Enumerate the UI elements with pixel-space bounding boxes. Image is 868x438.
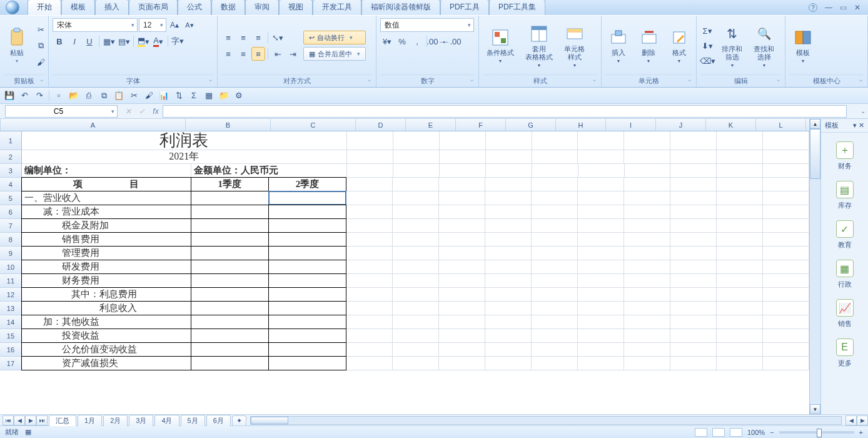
cell-B7[interactable] bbox=[191, 218, 269, 233]
cell-M3[interactable] bbox=[763, 164, 809, 178]
cell-J13[interactable] bbox=[624, 302, 670, 315]
orientation-icon[interactable]: ⤡▾ bbox=[271, 31, 285, 44]
cell-A16[interactable]: 公允价值变动收益 bbox=[21, 342, 191, 357]
cell-L4[interactable] bbox=[717, 178, 763, 191]
hscroll-right-icon[interactable]: ▶ bbox=[857, 415, 868, 425]
cell-I6[interactable] bbox=[578, 205, 624, 219]
column-header-H[interactable]: H bbox=[556, 119, 606, 131]
hscroll-left-icon[interactable]: ◀ bbox=[845, 415, 857, 425]
italic-button[interactable]: I bbox=[68, 34, 81, 48]
align-bottom-icon[interactable]: ≡ bbox=[251, 31, 265, 44]
cell-I12[interactable] bbox=[578, 288, 624, 302]
normal-view-icon[interactable] bbox=[695, 428, 707, 437]
cell-K5[interactable] bbox=[670, 191, 717, 205]
cell-K16[interactable] bbox=[670, 343, 717, 357]
ribbon-tab-2[interactable]: 插入 bbox=[95, 0, 129, 15]
cell-J16[interactable] bbox=[624, 343, 670, 357]
cell-J6[interactable] bbox=[624, 205, 670, 219]
sheet-tab-0[interactable]: 汇总 bbox=[49, 415, 76, 426]
cell-I2[interactable] bbox=[578, 150, 624, 164]
cell-H9[interactable] bbox=[532, 247, 578, 260]
cell-B3[interactable]: 金额单位：人民币元 bbox=[191, 164, 347, 178]
cell-K12[interactable] bbox=[670, 288, 717, 302]
cell-A2[interactable]: 2021年 bbox=[22, 150, 347, 164]
cell-J14[interactable] bbox=[624, 315, 670, 329]
cell-J11[interactable] bbox=[624, 274, 670, 288]
ribbon-tab-10[interactable]: PDF工具 bbox=[440, 0, 489, 15]
cell-G5[interactable] bbox=[485, 191, 532, 205]
format-painter-icon[interactable]: 🖌 bbox=[34, 55, 48, 69]
cell-C14[interactable] bbox=[268, 315, 346, 329]
cell-M1[interactable] bbox=[763, 131, 809, 150]
qat-copy-icon[interactable]: ⧉ bbox=[98, 90, 109, 101]
sheet-nav-next-icon[interactable]: ▶ bbox=[25, 415, 36, 425]
cell-I8[interactable] bbox=[578, 233, 624, 247]
row-header-5[interactable]: 5 bbox=[0, 191, 22, 205]
column-header-K[interactable]: K bbox=[706, 119, 756, 131]
formula-bar-expand-icon[interactable]: ⌄ bbox=[858, 108, 868, 115]
cell-E6[interactable] bbox=[393, 205, 439, 219]
template-item-2[interactable]: ✓教育 bbox=[836, 220, 854, 250]
clear-icon[interactable]: ⌫▾ bbox=[700, 54, 714, 68]
ribbon-tab-6[interactable]: 审阅 bbox=[245, 0, 279, 15]
cell-K2[interactable] bbox=[670, 150, 717, 164]
cell-A10[interactable]: 研发费用 bbox=[21, 260, 191, 274]
cell-E1[interactable] bbox=[393, 131, 440, 150]
sort-filter-button[interactable]: ⇅排序和 筛选▾ bbox=[718, 19, 746, 72]
cell-G1[interactable] bbox=[486, 131, 532, 150]
row-header-12[interactable]: 12 bbox=[0, 288, 22, 302]
cancel-formula-icon[interactable]: ✕ bbox=[121, 105, 135, 118]
name-box[interactable]: ▾ bbox=[5, 105, 118, 118]
ribbon-tab-9[interactable]: 福昕阅读器领鲜版 bbox=[361, 0, 440, 15]
cell-D6[interactable] bbox=[346, 205, 393, 219]
cell-B8[interactable] bbox=[191, 232, 269, 247]
office-button[interactable] bbox=[0, 0, 25, 15]
cell-E11[interactable] bbox=[393, 274, 439, 288]
row-header-10[interactable]: 10 bbox=[0, 260, 22, 274]
cell-A14[interactable]: 加：其他收益 bbox=[21, 315, 191, 329]
cell-K6[interactable] bbox=[670, 205, 717, 219]
qat-folder-icon[interactable]: 📁 bbox=[218, 90, 230, 101]
cell-B14[interactable] bbox=[191, 315, 269, 329]
cell-B10[interactable] bbox=[191, 260, 269, 274]
cell-G4[interactable] bbox=[485, 178, 532, 191]
cell-J7[interactable] bbox=[624, 219, 670, 233]
cell-A6[interactable]: 减：营业成本 bbox=[21, 205, 191, 219]
cell-G3[interactable] bbox=[486, 164, 532, 178]
font-color-icon[interactable]: A▾ bbox=[151, 34, 165, 48]
cell-J3[interactable] bbox=[625, 164, 671, 178]
cell-C15[interactable] bbox=[268, 328, 346, 343]
cell-E3[interactable] bbox=[393, 164, 440, 178]
cell-E4[interactable] bbox=[393, 178, 439, 191]
close-icon[interactable]: ✕ bbox=[854, 3, 860, 12]
sheet-nav-first-icon[interactable]: ⏮ bbox=[3, 415, 14, 425]
underline-button[interactable]: U bbox=[83, 34, 96, 48]
cell-F4[interactable] bbox=[439, 178, 485, 191]
cell-J15[interactable] bbox=[624, 329, 670, 343]
cell-H16[interactable] bbox=[532, 343, 578, 357]
align-top-icon[interactable]: ≡ bbox=[221, 31, 235, 44]
cell-I4[interactable] bbox=[578, 178, 624, 191]
sheet-tab-3[interactable]: 3月 bbox=[129, 415, 153, 426]
column-header-G[interactable]: G bbox=[506, 119, 556, 131]
cell-F9[interactable] bbox=[439, 247, 485, 260]
cell-C11[interactable] bbox=[268, 273, 346, 288]
cell-H2[interactable] bbox=[532, 150, 578, 164]
align-center-icon[interactable]: ≡ bbox=[236, 47, 250, 61]
hscroll-thumb[interactable] bbox=[251, 417, 288, 424]
vertical-scrollbar[interactable]: ▲ ▼ bbox=[809, 119, 820, 414]
column-header-D[interactable]: D bbox=[356, 119, 406, 131]
cell-B11[interactable] bbox=[191, 273, 269, 288]
cell-A11[interactable]: 财务费用 bbox=[21, 273, 191, 288]
cell-L3[interactable] bbox=[717, 164, 763, 178]
cell-C7[interactable] bbox=[268, 218, 346, 233]
fill-icon[interactable]: ⬇▾ bbox=[700, 39, 714, 53]
paste-button[interactable]: 粘贴 ▾ bbox=[4, 19, 30, 72]
name-box-dropdown-icon[interactable]: ▾ bbox=[111, 108, 114, 115]
merge-border-icon[interactable]: ▤▾ bbox=[117, 34, 131, 48]
cell-E14[interactable] bbox=[393, 315, 439, 329]
cell-L12[interactable] bbox=[717, 288, 763, 302]
row-header-16[interactable]: 16 bbox=[0, 343, 22, 357]
row-header-6[interactable]: 6 bbox=[0, 205, 22, 219]
cell-B16[interactable] bbox=[191, 342, 269, 357]
